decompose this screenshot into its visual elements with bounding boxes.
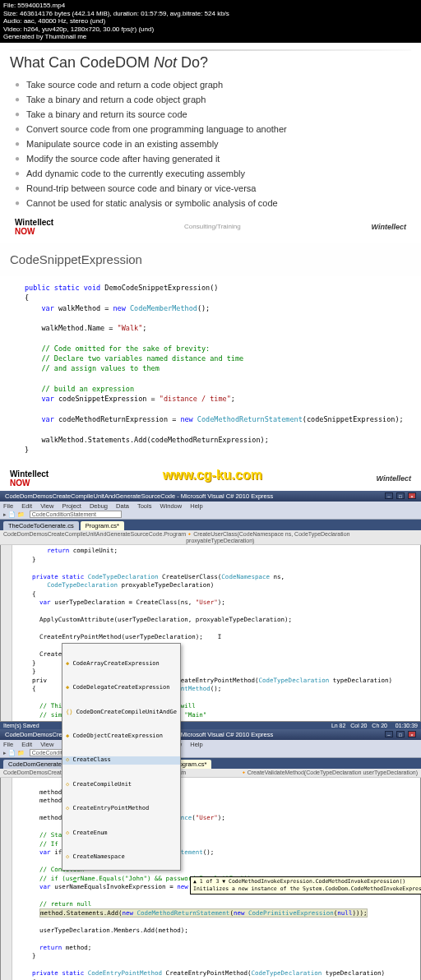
slide1-title-em: Not [154,54,177,71]
wintellect-now-logo: Wintellect NOW [15,218,53,236]
status-ln: Ln 82 [331,723,346,728]
menu-edit[interactable]: Edit [21,741,32,748]
menu-help[interactable]: Help [190,502,202,510]
tooltip-line1: ▲ 1 of 3 ▼ CodeMethodInvokeExpression.Co… [193,878,421,885]
intellisense-item[interactable]: ◇ CreateNamespace [62,853,180,862]
wintellect-logo: Wintellect [377,474,411,483]
size-line: Size: 463614176 bytes (442.14 MiB), dura… [3,10,418,18]
menu-window[interactable]: Window [160,502,182,510]
menu-edit[interactable]: Edit [21,502,32,510]
slide-what-cannot-do: What Can CodeDOM Not Do? Take source cod… [0,43,421,243]
intellisense-item[interactable]: ◆ CodeDelegateCreateExpression [62,684,180,692]
slide2-code: public static void DemoCodeSnippetExpres… [0,276,421,461]
signature-tooltip: ▲ 1 of 3 ▼ CodeMethodInvokeExpression.Co… [190,876,421,894]
intellisense-popup[interactable]: ◆ CodeArrayCreateExpression ◆ CodeDelega… [62,643,181,870]
slide1-title-pre: What Can CodeDOM [10,54,154,71]
intellisense-item[interactable]: ◆ CodeArrayCreateExpression [62,660,180,668]
menu-help[interactable]: Help [190,741,202,748]
close-icon[interactable]: × [408,731,416,737]
menu-file[interactable]: File [3,502,13,510]
menu-debug[interactable]: Debug [90,502,108,510]
ide1-titlebar: CodeDomDemosCreateCompileUnitAndGenerate… [0,491,421,502]
list-item: Take a binary and return its source code [15,109,411,119]
menu-data[interactable]: Data [116,502,129,510]
menu-file[interactable]: File [3,741,13,748]
menu-view[interactable]: View [40,741,53,748]
slide1-bullets: Take source code and return a code objec… [10,80,411,208]
crumb-left[interactable]: CodeDomDemosCreateCompileUnitAndGenerate… [3,531,186,543]
menu-view[interactable]: View [40,502,53,510]
wintellect-logo: Wintellect [372,223,406,231]
minimize-icon[interactable]: – [385,731,393,737]
list-item: Manipulate source code in an existing as… [15,139,411,149]
ide1-tabs: TheCodeToGenerate.cs Program.cs* [0,520,421,530]
list-item: Convert source code from one programming… [15,124,411,134]
slide1-title-post: Do? [177,54,208,71]
tooltip-line2: Initializes a new instance of the System… [193,885,421,893]
crumb-right[interactable]: 🔸CreateUserClass(CodeNamespace ns, CodeT… [186,531,418,543]
slide2-footer: Wintellect NOW www.cg-ku.com Wintellect [0,468,421,491]
toolbar-dropdown[interactable]: CodeConditionStatement [30,511,122,518]
ide-window-1: CodeDomDemosCreateCompileUnitAndGenerate… [0,491,421,729]
video-line: Video: h264, yuv420p, 1280x720, 30.00 fp… [3,25,418,34]
watermark: www.cg-ku.com [163,468,262,483]
maximize-icon[interactable]: □ [396,731,405,737]
wintellect-now-logo: Wintellect NOW [10,469,49,488]
list-item: Take source code and return a code objec… [15,80,411,90]
slide1-footer: Wintellect NOW Consulting/Training Winte… [10,215,411,239]
intellisense-item[interactable]: ◇ CreateEnum [62,830,180,838]
menu-project[interactable]: Project [62,502,81,510]
intellisense-item[interactable]: ◇ CreateCompileUnit [62,781,180,789]
intellisense-item[interactable]: ◆ CodeObjectCreateExpression [62,733,180,741]
status-col: Col 20 [350,723,367,728]
footer-center: Consulting/Training [184,223,241,230]
minimize-icon[interactable]: – [385,492,393,499]
gen-line: Generated by Thumbnail me [3,33,418,41]
window-buttons: – □ × [383,492,416,500]
status-left: Item(s) Saved [3,723,39,728]
ide1-menu: File Edit View Project Debug Data Tools … [0,502,421,511]
ide1-toolbar: ▸ 📄 📁 CodeConditionStatement [0,511,421,520]
crumb-right[interactable]: 🔸CreateValidateMethod(CodeTypeDeclaratio… [240,770,418,776]
list-item: Take a binary and return a code object g… [15,95,411,104]
intellisense-item[interactable]: {} CodeDomCreateCompileUnitAndGe [62,709,180,717]
ide1-code-editor[interactable]: return compileUnit; } private static Cod… [0,545,421,722]
intellisense-item[interactable]: ◇ CreateEntryPointMethod [62,805,180,813]
audio-line: Audio: aac, 48000 Hz, stereo (und) [3,17,418,25]
maximize-icon[interactable]: □ [396,492,405,499]
intellisense-item-selected[interactable]: ◇ CreateClass [62,756,180,765]
ide1-title: CodeDomDemosCreateCompileUnitAndGenerate… [5,492,273,500]
list-item: Add dynamic code to the currently execut… [15,169,411,178]
tab-program[interactable]: Program.cs* [81,521,124,530]
close-icon[interactable]: × [408,492,416,499]
slide1-title: What Can CodeDOM Not Do? [10,54,411,72]
file-line: File: 559400155.mp4 [3,2,418,10]
status-time: 01:30:39 [396,723,418,728]
menu-tools[interactable]: Tools [137,502,152,510]
list-item: Round-trip between source code and binar… [15,183,411,193]
slide2-title: CodeSnippetExpression [0,243,421,276]
window-buttons: – □ × [383,731,416,738]
status-ch: Ch 20 [372,723,387,728]
media-info-header: File: 559400155.mp4 Size: 463614176 byte… [0,0,421,43]
list-item: Modify the source code after having gene… [15,154,411,164]
list-item: Cannot be used for static analysis or sy… [15,198,411,208]
tab-thecodetogenerate[interactable]: TheCodeToGenerate.cs [3,521,79,530]
ide1-breadcrumb: CodeDomDemosCreateCompileUnitAndGenerate… [0,530,421,545]
